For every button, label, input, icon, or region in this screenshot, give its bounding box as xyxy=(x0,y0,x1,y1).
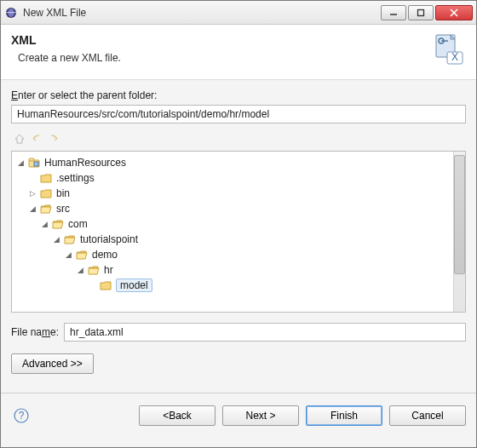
tree-node-label: model xyxy=(116,279,152,292)
svg-rect-2 xyxy=(6,12,16,13)
eclipse-icon xyxy=(4,6,18,20)
back-icon[interactable] xyxy=(30,132,43,146)
wizard-content: Enter or select the parent folder: ◢Huma… xyxy=(1,81,476,397)
wizard-banner: XML Create a new XML file. X xyxy=(1,25,476,79)
window-title: New XML File xyxy=(23,7,381,19)
tree-node[interactable]: ◢HumanResources xyxy=(15,155,465,170)
back-button[interactable]: < Back xyxy=(139,405,216,426)
tree-node-label: hr xyxy=(104,264,113,276)
folder-open-icon xyxy=(63,233,77,246)
parent-folder-input[interactable] xyxy=(11,105,466,123)
footer-separator xyxy=(1,393,476,393)
tree-spacer xyxy=(27,173,37,183)
expand-icon[interactable]: ▷ xyxy=(27,188,37,198)
file-name-input[interactable] xyxy=(64,323,466,342)
tree-node-label: tutorialspoint xyxy=(80,233,138,245)
forward-icon[interactable] xyxy=(47,132,60,146)
folder-tree[interactable]: ◢HumanResources.settings▷bin◢src◢com◢tut… xyxy=(11,151,466,313)
svg-text:?: ? xyxy=(19,410,25,422)
tree-toolbar xyxy=(11,130,466,147)
tree-spacer xyxy=(87,280,97,290)
svg-text:X: X xyxy=(451,51,458,63)
tree-scrollbar-thumb[interactable] xyxy=(454,155,465,274)
maximize-button[interactable] xyxy=(408,5,434,20)
tree-node-label: com xyxy=(68,218,88,230)
parent-folder-label: Enter or select the parent folder: xyxy=(11,89,466,101)
collapse-icon[interactable]: ◢ xyxy=(39,219,49,229)
xml-file-icon: X xyxy=(432,33,466,67)
folder-open-icon xyxy=(51,217,65,231)
collapse-icon[interactable]: ◢ xyxy=(15,158,26,168)
close-button[interactable] xyxy=(435,5,473,20)
home-icon[interactable] xyxy=(13,132,26,146)
tree-node-label: HumanResources xyxy=(44,157,126,169)
wizard-footer: ? < Back Next > Finish Cancel xyxy=(1,397,476,436)
finish-button[interactable]: Finish xyxy=(306,405,382,426)
tree-node[interactable]: ◢tutorialspoint xyxy=(15,232,465,247)
advanced-button[interactable]: Advanced >> xyxy=(11,353,94,374)
folder-icon xyxy=(39,187,53,200)
project-icon xyxy=(27,156,41,169)
svg-rect-14 xyxy=(34,162,38,166)
tree-node-label: src xyxy=(56,203,70,215)
folder-icon xyxy=(39,171,53,185)
collapse-icon[interactable]: ◢ xyxy=(51,234,61,244)
svg-rect-13 xyxy=(29,158,34,161)
svg-rect-4 xyxy=(418,9,424,15)
folder-open-icon xyxy=(87,263,101,277)
titlebar: New XML File xyxy=(1,1,476,25)
collapse-icon[interactable]: ◢ xyxy=(27,204,37,214)
tree-node[interactable]: ◢com xyxy=(15,216,465,232)
minimize-button[interactable] xyxy=(381,5,406,20)
tree-node[interactable]: model xyxy=(15,278,465,293)
tree-node-label: .settings xyxy=(56,172,95,184)
banner-title: XML xyxy=(11,33,425,47)
folder-open-icon xyxy=(39,202,53,215)
tree-node[interactable]: ◢src xyxy=(15,201,465,216)
file-name-label: File name: xyxy=(11,326,59,338)
window-controls xyxy=(381,5,473,20)
tree-node[interactable]: ▷bin xyxy=(15,186,465,201)
tree-node-label: bin xyxy=(56,187,70,199)
tree-node[interactable]: ◢demo xyxy=(15,247,465,262)
folder-icon xyxy=(99,279,112,292)
tree-node-label: demo xyxy=(92,249,118,261)
collapse-icon[interactable]: ◢ xyxy=(75,265,85,275)
next-button[interactable]: Next > xyxy=(222,405,299,426)
collapse-icon[interactable]: ◢ xyxy=(63,250,73,260)
tree-node[interactable]: .settings xyxy=(15,170,465,186)
cancel-button[interactable]: Cancel xyxy=(389,405,466,426)
tree-scrollbar[interactable] xyxy=(453,152,465,312)
dialog-window: New XML File XML Create a new XML file. … xyxy=(0,0,477,448)
banner-subtitle: Create a new XML file. xyxy=(18,52,425,64)
tree-node[interactable]: ◢hr xyxy=(15,262,465,278)
folder-open-icon xyxy=(75,248,89,261)
help-icon[interactable]: ? xyxy=(13,407,30,424)
